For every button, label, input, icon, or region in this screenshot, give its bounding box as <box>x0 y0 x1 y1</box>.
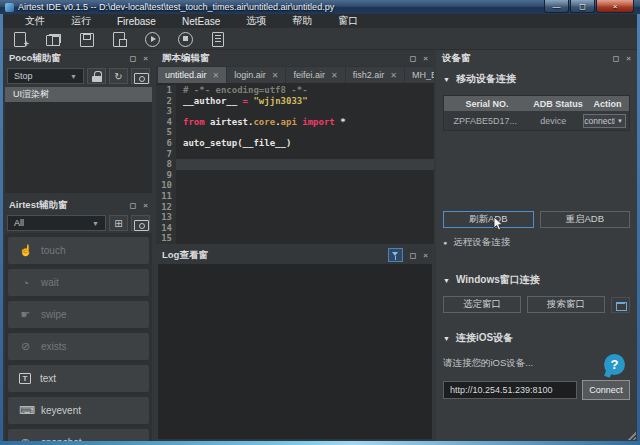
list-item-keyevent[interactable]: ⌨keyevent <box>8 397 149 424</box>
ui-tree-view[interactable] <box>5 102 152 193</box>
current-code-line <box>176 159 434 170</box>
tab-close-icon[interactable]: ✕ <box>331 71 338 80</box>
menu-file[interactable]: 文件 <box>12 14 58 28</box>
ios-url-input[interactable] <box>443 381 577 399</box>
menu-window[interactable]: 窗口 <box>325 14 371 28</box>
restart-adb-button[interactable]: 重启ADB <box>540 211 631 228</box>
list-item-swipe[interactable]: ☛swipe <box>8 301 149 328</box>
device-row: ZPFABE5D17... device connect ▼ <box>444 111 629 130</box>
open-script-icon[interactable] <box>45 31 61 47</box>
view-report-icon[interactable] <box>210 31 226 47</box>
code-token: import <box>297 117 340 127</box>
tab-close-icon[interactable]: ✕ <box>272 71 279 80</box>
search-window-button[interactable]: 搜索窗口 <box>527 296 605 313</box>
tab-mh-basictest-air[interactable]: MH_BasicTest.air✕ <box>405 67 434 83</box>
code-token: = <box>243 96 254 106</box>
refresh-adb-button[interactable]: 刷新ADB <box>443 211 534 228</box>
code-token: "wjjn3033" <box>253 96 307 106</box>
list-item-wait[interactable]: ◔wait <box>8 269 149 296</box>
list-item-text[interactable]: Ttext <box>8 365 149 392</box>
log-float-icon[interactable]: ◻ <box>410 251 417 260</box>
tab-close-icon[interactable]: ✕ <box>390 71 397 80</box>
code-editor[interactable]: 12 34 56 78 910 1112 1314 15 # -*- encod… <box>156 83 434 244</box>
run-script-icon[interactable] <box>144 31 160 47</box>
text-icon: T <box>19 373 31 384</box>
list-item-snapshot[interactable]: ◉snapshot <box>8 429 149 441</box>
poco-mode-select[interactable]: Stop ▼ <box>7 68 84 84</box>
device-adb-status: device <box>527 116 581 126</box>
log-close-icon[interactable]: × <box>423 251 428 260</box>
ui-tree-tab[interactable]: UI渲染树 <box>5 87 152 102</box>
tab-untitled-air[interactable]: untitled.air✕ <box>158 67 226 83</box>
section-windows-connect[interactable]: ▼ Windows窗口连接 <box>443 273 630 287</box>
save-as-icon[interactable] <box>111 31 127 47</box>
poco-lock-button[interactable] <box>87 68 106 84</box>
list-item-touch[interactable]: ☝touch <box>8 237 149 264</box>
code-token: from <box>183 117 210 127</box>
minimize-button[interactable]: — <box>544 0 569 13</box>
airtest-filter-select[interactable]: All ▼ <box>7 215 106 231</box>
col-adb-status: ADB Status <box>530 96 586 111</box>
wait-icon: ◔ <box>19 277 32 289</box>
device-table: Serial NO. ADB Status Action ZPFABE5D17.… <box>443 95 630 131</box>
tab-close-icon[interactable]: ✕ <box>213 71 220 80</box>
tab-feifei-air[interactable]: feifei.air✕ <box>286 67 344 83</box>
ios-hint-text: 请连接您的iOS设备... <box>443 357 630 370</box>
section-ios-connect[interactable]: ▼ 连接iOS设备 <box>443 331 630 345</box>
menu-firebase[interactable]: Firebase <box>104 16 169 27</box>
title-bar[interactable]: Airtest IDE v0.1.5 -- D:\dev-local\test\… <box>0 0 640 14</box>
airtest-insert-button[interactable]: ⊞ <box>109 215 128 231</box>
poco-snapshot-button[interactable] <box>131 68 150 84</box>
code-line <box>176 106 434 117</box>
collapse-triangle-icon: ▼ <box>443 335 450 342</box>
lock-icon <box>92 71 102 82</box>
code-lines: # -*- encoding=utf8 -*- __author__ = "wj… <box>176 85 434 244</box>
select-window-button[interactable]: 选定窗口 <box>443 296 521 313</box>
new-script-icon[interactable] <box>12 31 28 47</box>
log-panel-title: Log查看窗 <box>162 249 208 262</box>
list-item-exists[interactable]: ⊘exists <box>8 333 149 360</box>
airtest-api-list: ☝touch ◔wait ☛swipe ⊘exists Ttext ⌨keyev… <box>5 233 152 441</box>
code-line: auto_setup(__file__) <box>176 138 434 149</box>
editor-tab-bar: untitled.air✕ login.air✕ feifei.air✕ fis… <box>156 66 434 83</box>
tab-login-air[interactable]: login.air✕ <box>227 67 285 83</box>
chevron-down-icon: ▼ <box>614 118 625 124</box>
mouse-cursor <box>493 216 504 232</box>
window-title: Airtest IDE v0.1.5 -- D:\dev-local\test\… <box>18 2 334 12</box>
menu-options[interactable]: 选项 <box>233 14 279 28</box>
tab-fish2-air[interactable]: fish2.air✕ <box>346 67 404 83</box>
window-embed-icon[interactable] <box>611 297 630 313</box>
device-panel-title: 设备窗 <box>442 52 471 65</box>
poco-close-icon[interactable]: × <box>143 54 148 63</box>
exists-icon: ⊘ <box>19 340 32 353</box>
menu-netease[interactable]: NetEase <box>169 16 233 27</box>
device-panel: 设备窗 ◻ × ▼ 移动设备连接 Serial NO. ADB Status A… <box>436 50 637 441</box>
ios-connect-button[interactable]: Connect <box>582 380 630 400</box>
editor-float-icon[interactable]: ◻ <box>410 54 417 63</box>
device-close-icon[interactable]: × <box>626 54 631 63</box>
editor-close-icon[interactable]: × <box>423 54 428 63</box>
log-filter-icon[interactable] <box>388 248 403 262</box>
airtest-snapshot-button[interactable] <box>131 215 150 231</box>
close-button[interactable]: × <box>596 0 634 13</box>
app-icon <box>5 3 14 12</box>
save-icon[interactable] <box>78 31 94 47</box>
airtest-close-icon[interactable]: × <box>143 201 148 210</box>
airtest-float-icon[interactable]: ◻ <box>130 201 137 210</box>
stop-script-icon[interactable] <box>177 31 193 47</box>
section-remote-device[interactable]: ● 远程设备连接 <box>443 236 630 249</box>
line-number-gutter: 12 34 56 78 910 1112 1314 15 <box>156 85 176 244</box>
poco-float-icon[interactable]: ◻ <box>130 54 137 63</box>
connect-dropdown[interactable]: connect ▼ <box>583 114 626 128</box>
poco-refresh-button[interactable]: ↻ <box>109 68 128 84</box>
section-mobile-device[interactable]: ▼ 移动设备连接 <box>443 72 630 86</box>
menu-run[interactable]: 运行 <box>58 14 104 28</box>
device-float-icon[interactable]: ◻ <box>613 54 620 63</box>
help-icon[interactable]: ? <box>604 354 625 375</box>
log-output-area[interactable] <box>158 264 432 439</box>
col-action: Action <box>586 96 629 111</box>
menu-help[interactable]: 帮助 <box>279 14 325 28</box>
maximize-button[interactable]: ◻ <box>570 0 595 13</box>
editor-panel-title: 脚本编辑窗 <box>162 52 210 65</box>
code-token: * <box>340 117 345 127</box>
